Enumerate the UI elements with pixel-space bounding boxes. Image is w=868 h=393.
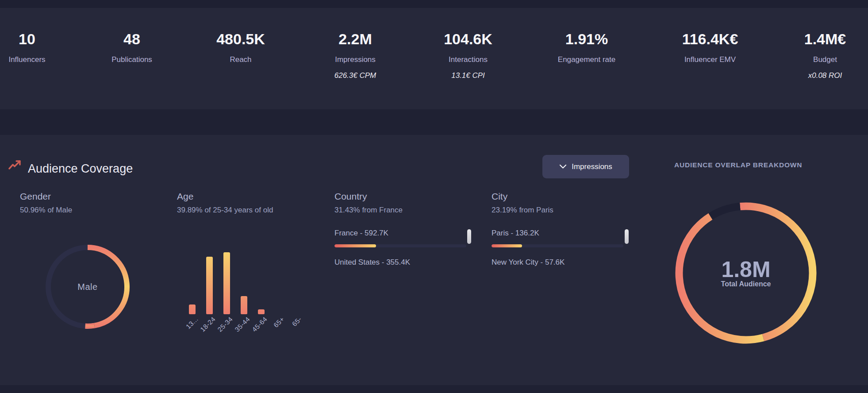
city-row-label: New York City - 57.6K [492,258,565,267]
stat-value: 116.4K€ [682,31,738,47]
gender-heading: Gender [20,191,51,202]
age-bar [206,257,213,314]
city-row-label: Paris - 136.2K [492,229,539,238]
page-title: Audience Coverage [28,162,133,176]
age-heading: Age [177,191,193,202]
stat-label: Impressions [334,55,376,64]
bottom-strip [0,385,868,393]
country-row-label: United States - 355.4K [334,258,410,267]
top-strip [0,0,868,8]
stat-impressions: 2.2M Impressions 626.3€ CPM [334,31,376,80]
stat-value: 1.4M€ [804,31,846,47]
stat-label: Engagement rate [558,55,615,64]
stat-label: Influencers [8,55,45,64]
city-subtitle: 23.19% from Paris [492,206,553,215]
overlap-total-label: Total Audience [673,280,819,288]
stat-interactions: 104.6K Interactions 13.1€ CPI [444,31,492,80]
stat-sub-cpm: 626.3€ CPM [334,71,376,80]
stat-value: 2.2M [334,31,376,47]
stat-publications: 48 Publications [111,31,152,64]
stat-value: 480.5K [216,31,265,47]
stat-label: Influencer EMV [682,55,738,64]
gender-donut-center-label: Male [43,282,132,292]
country-progress-track [334,244,466,247]
country-row-label: France - 592.7K [334,229,388,238]
stat-sub-cpi: 13.1€ CPI [444,71,492,80]
city-scrollbar-thumb[interactable] [625,229,629,244]
country-progress-fill [334,244,376,247]
overlap-total-value: 1.8M [673,257,819,282]
stat-label: Reach [216,55,265,64]
stat-budget: 1.4M€ Budget x0.08 ROI [804,31,846,80]
chevron-down-icon [559,164,567,169]
stat-reach: 480.5K Reach [216,31,265,64]
stat-label: Interactions [444,55,492,64]
stat-value: 104.6K [444,31,492,47]
city-progress-fill [492,244,522,247]
country-subtitle: 31.43% from France [334,206,403,215]
city-progress-track [492,244,623,247]
country-heading: Country [334,191,367,202]
section-divider [0,109,868,135]
stat-label: Publications [111,55,152,64]
stat-engagement-rate: 1.91% Engagement rate [558,31,615,64]
age-bar-chart [189,252,299,314]
age-bar [258,309,265,314]
stat-value: 10 [8,31,45,47]
stat-label: Budget [804,55,846,64]
city-heading: City [492,191,507,202]
age-bar [241,296,247,314]
stat-value: 1.91% [558,31,615,47]
country-scrollbar-thumb[interactable] [467,229,471,244]
stat-sub-roi: x0.08 ROI [804,71,846,80]
metric-dropdown[interactable]: Impressions [542,155,629,178]
overlap-section-heading: AUDIENCE OVERLAP BREAKDOWN [674,161,802,169]
gender-subtitle: 50.96% of Male [20,206,72,215]
influencer-campaign-dashboard: 10 Influencers 48 Publications 480.5K Re… [0,0,868,393]
stat-value: 48 [111,31,152,47]
stat-influencers: 10 Influencers [8,31,45,64]
age-bar [223,252,230,314]
trending-up-icon [8,160,22,171]
metric-dropdown-label: Impressions [572,162,612,171]
age-bar [189,304,196,314]
age-subtitle: 39.89% of 25-34 years of old [177,206,273,215]
stat-influencer-emv: 116.4K€ Influencer EMV [682,31,738,64]
